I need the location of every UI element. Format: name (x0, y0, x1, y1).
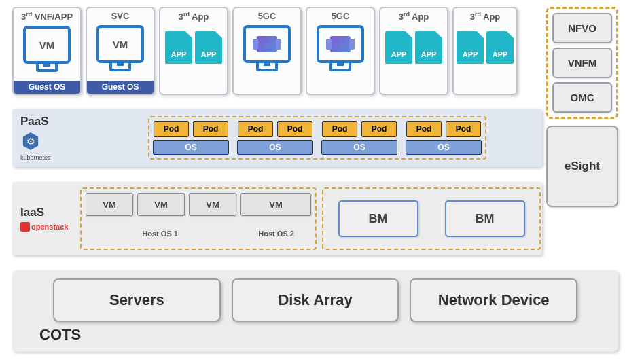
cots-title: COTS (12, 322, 618, 344)
pod-box: Pod (322, 121, 357, 137)
pod-group: Pod Pod OS (321, 121, 397, 155)
pod-box: Pod (154, 121, 189, 137)
openstack-icon: openstack (20, 222, 80, 232)
vm-box: VM (86, 193, 133, 216)
app-doc-icon: APP (415, 31, 442, 64)
vm-label: VM (39, 39, 55, 51)
cots-servers: Servers (53, 278, 221, 322)
layer-label: PaaS kubernetes (12, 115, 80, 161)
vm-box: VM (189, 193, 236, 216)
mano-group: NFVO VNFM OMC (546, 7, 618, 119)
vm-box: VM (240, 193, 311, 216)
pod-box: Pod (277, 121, 312, 137)
cots-layer: Servers Disk Array Network Device COTS (12, 270, 618, 352)
paas-pods-group: Pod Pod OS Pod Pod OS Pod Pod OS (148, 116, 486, 160)
cots-disk-array: Disk Array (232, 278, 399, 322)
vm-box: VM (137, 193, 185, 216)
app-card-3rd-app: 3rd App APP APP (452, 7, 518, 95)
app-doc-icon: APP (165, 31, 192, 64)
cube-icon (330, 36, 351, 52)
app-card-5gc: 5GC (306, 7, 375, 95)
paas-title: PaaS (20, 115, 80, 128)
card-title: 3rd VNF/APP (21, 11, 73, 22)
app-icons: APP APP (385, 31, 442, 64)
esight-box: eSight (546, 126, 618, 207)
bm-box: BM (445, 200, 525, 237)
kubernetes-icon (20, 131, 41, 151)
vnfm-box: VNFM (552, 48, 612, 78)
card-title: 5GC (332, 11, 350, 21)
layer-label: IaaS openstack (12, 206, 80, 232)
kubernetes-label: kubernetes (20, 154, 80, 161)
os-box: OS (321, 140, 397, 155)
guest-os-label: Guest OS (14, 81, 80, 94)
iaas-layer: IaaS openstack VM VM VM VM Host OS 1 Hos… (12, 182, 542, 255)
card-title: SVC (111, 11, 130, 21)
os-box: OS (237, 140, 313, 155)
card-title: 3rd App (470, 11, 501, 22)
pod-box: Pod (238, 121, 273, 137)
cots-network-device: Network Device (410, 278, 577, 322)
bm-box: BM (338, 200, 418, 237)
openstack-label: openstack (31, 223, 68, 231)
pod-box: Pod (406, 121, 442, 137)
pod-group: Pod Pod OS (237, 121, 313, 155)
architecture-diagram: 3rd VNF/APP VM Guest OS SVC VM Guest OS … (5, 5, 620, 359)
card-title: 5GC (258, 11, 276, 21)
nfvo-box: NFVO (552, 13, 612, 43)
card-title: 3rd App (179, 11, 209, 22)
guest-os-label: Guest OS (87, 81, 154, 94)
pod-group: Pod Pod OS (406, 121, 482, 155)
app-card-vnf: 3rd VNF/APP VM Guest OS (12, 7, 82, 95)
os-box: OS (153, 140, 229, 155)
iaas-title: IaaS (20, 206, 80, 219)
monitor-icon: VM (96, 25, 144, 63)
os-box: OS (406, 140, 482, 155)
app-card-3rd-app: 3rd App APP APP (379, 7, 448, 95)
pod-group: Pod Pod OS (153, 121, 229, 155)
pod-box: Pod (361, 121, 397, 137)
app-icons: APP APP (457, 31, 514, 64)
app-doc-icon: APP (486, 31, 514, 64)
vm-label: VM (113, 39, 128, 50)
app-doc-icon: APP (457, 31, 484, 64)
pod-box: Pod (446, 121, 481, 137)
app-card-3rd-app: 3rd App APP APP (159, 7, 228, 95)
omc-box: OMC (552, 82, 612, 113)
iaas-bm-group: BM BM (322, 187, 541, 250)
management-panel: NFVO VNFM OMC eSight (546, 7, 618, 207)
app-doc-icon: APP (195, 31, 222, 64)
app-card-svc: SVC VM Guest OS (86, 7, 155, 95)
iaas-vm-group: VM VM VM VM Host OS 1 Host OS 2 (80, 187, 317, 250)
app-cards: 3rd VNF/APP VM Guest OS SVC VM Guest OS … (12, 7, 518, 95)
app-card-5gc: 5GC (232, 7, 302, 95)
monitor-icon (317, 25, 364, 63)
cube-icon (257, 36, 277, 52)
pod-box: Pod (193, 121, 228, 137)
monitor-icon: VM (23, 26, 71, 64)
host-os-1: Host OS 1 (86, 225, 234, 242)
card-title: 3rd App (399, 11, 429, 22)
app-doc-icon: APP (385, 31, 412, 64)
host-os-2: Host OS 2 (241, 225, 311, 242)
paas-layer: PaaS kubernetes Pod Pod OS Pod Pod OS (12, 109, 542, 167)
monitor-icon (243, 25, 291, 63)
app-icons: APP APP (165, 31, 222, 64)
